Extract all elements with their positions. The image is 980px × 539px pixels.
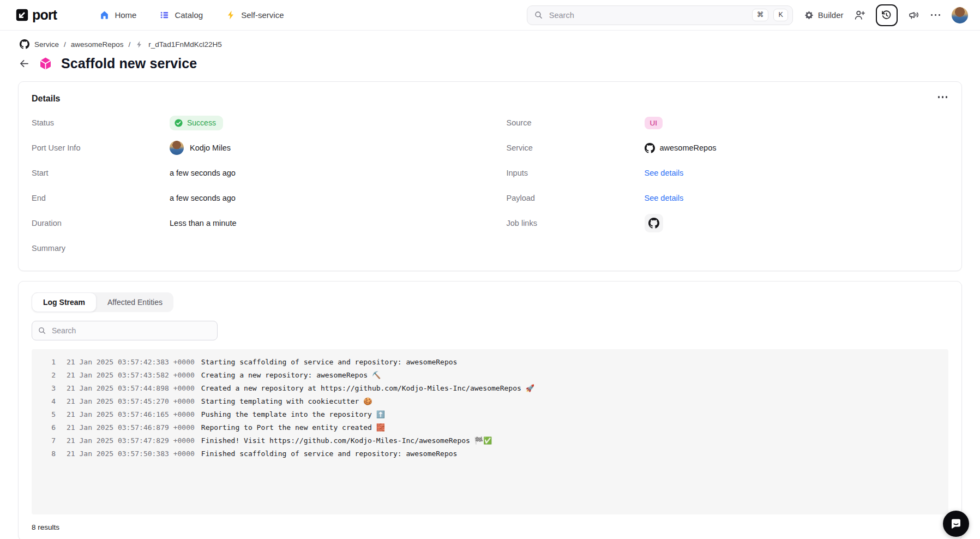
- detail-label: Port User Info: [32, 143, 170, 152]
- log-stream-panel: 1 21 Jan 2025 03:57:42:383 +0000 Startin…: [32, 349, 948, 514]
- nav-item-label: Catalog: [175, 10, 203, 20]
- log-line-number: 7: [32, 434, 56, 447]
- log-timestamp: 21 Jan 2025 03:57:46:879 +0000: [67, 421, 195, 434]
- detail-value: Kodjo Miles: [170, 141, 474, 155]
- k-keycap: K: [773, 9, 787, 21]
- log-timestamp: 21 Jan 2025 03:57:46:165 +0000: [67, 408, 195, 421]
- chat-launcher-button[interactable]: [943, 511, 969, 537]
- builder-button[interactable]: Builder: [804, 10, 844, 20]
- log-message: Reporting to Port the new entity created…: [201, 421, 385, 434]
- breadcrumb: Service / awesomeRepos / r_dTad1FnMdKcl2…: [20, 39, 980, 49]
- log-timestamp: 21 Jan 2025 03:57:47:829 +0000: [67, 434, 195, 447]
- log-search-input[interactable]: [51, 326, 212, 336]
- status-badge: Success: [170, 116, 223, 130]
- log-line: 1 21 Jan 2025 03:57:42:383 +0000 Startin…: [32, 356, 948, 369]
- detail-label: Payload: [507, 194, 645, 202]
- breadcrumb-separator: /: [129, 40, 131, 49]
- back-button[interactable]: [19, 58, 30, 69]
- detail-row: Duration Less than a minute: [32, 211, 474, 236]
- tab-affected-entities[interactable]: Affected Entities: [97, 292, 173, 312]
- breadcrumb-awesomerepos[interactable]: awesomeRepos: [71, 40, 124, 49]
- service-name: awesomeRepos: [660, 143, 717, 152]
- details-card: Details Status Success: [18, 81, 962, 271]
- port-logo-icon: [15, 8, 29, 22]
- log-tabs: Log Stream Affected Entities: [32, 292, 173, 312]
- log-line: 6 21 Jan 2025 03:57:46:879 +0000 Reporti…: [32, 421, 948, 434]
- log-message: Pushing the template into the repository…: [201, 408, 385, 421]
- nav-item-home[interactable]: Home: [99, 10, 136, 20]
- detail-row: End a few seconds ago: [32, 185, 474, 211]
- global-search-input[interactable]: [548, 10, 747, 20]
- detail-row: Source UI: [507, 110, 949, 135]
- detail-text-value: Less than a minute: [170, 219, 237, 227]
- log-line-number: 2: [32, 369, 56, 382]
- tab-log-stream[interactable]: Log Stream: [32, 292, 97, 312]
- results-count: 8 results: [32, 523, 948, 531]
- chat-bubble-icon: [949, 517, 963, 530]
- log-line-number: 8: [32, 447, 56, 460]
- page-title: Scaffold new service: [61, 56, 197, 71]
- announcements-icon[interactable]: [908, 9, 919, 21]
- builder-label: Builder: [818, 10, 844, 20]
- detail-label: End: [32, 194, 170, 202]
- detail-label: Service: [507, 143, 645, 152]
- detail-value: [645, 214, 949, 232]
- see-details-link[interactable]: See details: [645, 194, 684, 202]
- detail-label: Inputs: [507, 169, 645, 177]
- user-avatar[interactable]: [952, 7, 968, 23]
- log-message: Finished! Visit https://github.com/Kodjo…: [201, 434, 492, 447]
- detail-row: Inputs See details: [507, 160, 949, 185]
- breadcrumb-run-id: r_dTad1FnMdKcl22H5: [148, 40, 221, 49]
- breadcrumb-service[interactable]: Service: [34, 40, 59, 49]
- detail-value: a few seconds ago: [170, 191, 474, 205]
- log-message: Starting templating with cookiecutter 🍪: [201, 395, 372, 408]
- log-line-number: 4: [32, 395, 56, 408]
- log-timestamp: 21 Jan 2025 03:57:44:898 +0000: [67, 382, 195, 395]
- log-line: 8 21 Jan 2025 03:57:50:383 +0000 Finishe…: [32, 447, 948, 460]
- log-message: Creating a new repository: awesomeRepos …: [201, 369, 381, 382]
- detail-value: awesomeRepos: [645, 141, 949, 155]
- top-navigation: port Home Catalog Self-service ⌘ K: [0, 0, 980, 31]
- run-lightning-icon: [135, 40, 143, 49]
- status-badge-label: Success: [187, 118, 216, 127]
- nav-item-catalog[interactable]: Catalog: [159, 10, 203, 20]
- runs-history-button[interactable]: [876, 4, 898, 26]
- service-cell: awesomeRepos: [645, 143, 717, 153]
- cmd-keycap: ⌘: [752, 9, 769, 21]
- catalog-icon: [159, 10, 170, 20]
- job-link-github-button[interactable]: [645, 214, 663, 232]
- nav-item-self-service[interactable]: Self-service: [226, 10, 284, 20]
- log-line-number: 5: [32, 408, 56, 421]
- search-icon: [38, 326, 46, 335]
- detail-label: Start: [32, 169, 170, 177]
- breadcrumb-separator: /: [64, 40, 66, 49]
- detail-value: UI: [645, 116, 949, 130]
- details-more-button[interactable]: [937, 94, 949, 100]
- port-logo[interactable]: port: [15, 7, 57, 23]
- log-line: 3 21 Jan 2025 03:57:44:898 +0000 Created…: [32, 382, 948, 395]
- detail-value: [170, 241, 474, 255]
- detail-value: See details: [645, 166, 949, 180]
- global-search[interactable]: ⌘ K: [527, 5, 793, 25]
- log-timestamp: 21 Jan 2025 03:57:43:582 +0000: [67, 369, 195, 382]
- detail-row: Payload See details: [507, 185, 949, 211]
- detail-row: Service awesomeRepos: [507, 135, 949, 160]
- detail-value: See details: [645, 191, 949, 205]
- detail-label: Summary: [32, 244, 170, 253]
- log-timestamp: 21 Jan 2025 03:57:45:270 +0000: [67, 395, 195, 408]
- invite-user-button[interactable]: [854, 9, 865, 21]
- log-line-number: 3: [32, 382, 56, 395]
- title-bar: Scaffold new service: [19, 56, 980, 71]
- log-line: 2 21 Jan 2025 03:57:43:582 +0000 Creatin…: [32, 369, 948, 382]
- see-details-link[interactable]: See details: [645, 169, 684, 177]
- log-search[interactable]: [32, 321, 218, 340]
- detail-row: Status Success: [32, 110, 474, 135]
- user-name: Kodjo Miles: [190, 143, 231, 152]
- more-options-button[interactable]: [930, 12, 942, 19]
- log-line-number: 1: [32, 356, 56, 369]
- scaffold-cube-icon: [38, 56, 53, 71]
- port-logo-text: port: [32, 7, 57, 23]
- details-left-column: Status Success: [32, 110, 474, 261]
- log-line: 5 21 Jan 2025 03:57:46:165 +0000 Pushing…: [32, 408, 948, 421]
- user-cell: Kodjo Miles: [170, 141, 231, 155]
